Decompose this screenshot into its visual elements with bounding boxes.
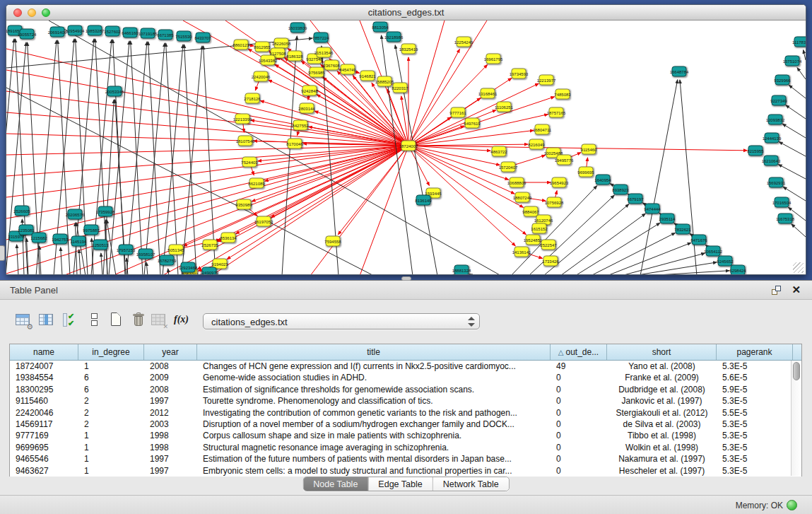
table-cell[interactable]: 2012	[144, 407, 197, 419]
graph-node[interactable]: 8860123	[234, 40, 249, 50]
table-cell[interactable]: 49	[551, 361, 607, 372]
graph-node[interactable]: 7515530	[177, 31, 192, 42]
table-cell[interactable]: Disruption of a novel member of a sodium…	[197, 419, 551, 430]
graph-node[interactable]: 7857224	[314, 33, 329, 43]
graph-node[interactable]: 2803144	[300, 103, 314, 114]
graph-node[interactable]: 1615152	[532, 223, 547, 234]
graph-node[interactable]: 15720407	[501, 162, 516, 173]
graph-node[interactable]: 7524403	[242, 157, 257, 168]
network-canvas[interactable]: 1872400788601238912955182260589127508818…	[6, 21, 806, 275]
graph-node[interactable]: 2367608	[324, 60, 339, 71]
graph-node[interactable]: 19654923	[552, 177, 567, 188]
create-column-button[interactable]	[107, 311, 126, 329]
graph-node[interactable]: 14136141	[514, 247, 529, 257]
table-cell[interactable]: 9115460	[10, 395, 78, 407]
table-row[interactable]: 2242004622012Investigating the contribut…	[10, 407, 801, 419]
graph-node[interactable]: 16782759	[160, 255, 175, 266]
graph-node[interactable]: 16804711	[535, 124, 550, 135]
table-row[interactable]: 946554611997Estimation of the future num…	[10, 453, 801, 465]
table-cell[interactable]: 0	[551, 430, 607, 441]
graph-node[interactable]: 15885205	[377, 76, 392, 87]
graph-node[interactable]: 6298424	[731, 265, 746, 276]
graph-node[interactable]: 15692931	[769, 177, 784, 188]
graph-node[interactable]: 18226058	[274, 38, 289, 49]
table-cell[interactable]: 2	[78, 419, 144, 430]
graph-node[interactable]: 18881328	[454, 265, 469, 276]
table-cell[interactable]: 0	[551, 395, 607, 407]
graph-node[interactable]: 12254249	[457, 37, 471, 47]
table-cell[interactable]: Tourette syndrome. Phenomenology and cla…	[197, 395, 551, 407]
window-resize-grip[interactable]	[793, 262, 804, 273]
tab-node-table[interactable]: Node Table	[303, 477, 367, 491]
graph-node[interactable]: 9146821	[360, 71, 375, 81]
table-cell[interactable]: 0	[551, 384, 607, 395]
table-cell[interactable]: Genome-wide association studies in ADHD.	[197, 372, 551, 383]
table-cell[interactable]: Embryonic stem cells: a model to study s…	[197, 465, 551, 477]
graph-node[interactable]: 1640954	[596, 175, 611, 185]
table-cell[interactable]: 2008	[144, 384, 197, 395]
table-select-dropdown[interactable]: citations_edges.txt	[203, 313, 480, 329]
graph-node[interactable]: 12923468	[181, 262, 196, 273]
graph-node[interactable]: 17016504	[775, 197, 789, 208]
graph-node[interactable]: 16210643	[764, 156, 779, 166]
graph-node[interactable]: 1250513	[93, 240, 108, 250]
table-cell[interactable]: 2	[78, 407, 144, 419]
graph-node[interactable]: 19524851	[526, 235, 541, 245]
column-header-pagerank[interactable]: pagerank	[717, 344, 793, 360]
graph-node[interactable]: 12954904	[68, 25, 83, 36]
graph-node[interactable]: 8912955	[255, 42, 270, 52]
column-header-title[interactable]: title	[197, 344, 551, 360]
table-cell[interactable]: 19384554	[10, 372, 78, 383]
graph-node[interactable]: 20206576	[68, 209, 83, 220]
table-cell[interactable]: 5.3E-5	[717, 453, 793, 465]
graph-node[interactable]: 9245652	[718, 256, 733, 267]
table-cell[interactable]: 2008	[144, 361, 197, 372]
graph-node[interactable]: 8621089	[249, 178, 264, 189]
table-cell[interactable]: Changes of HCN gene expression and I(f) …	[197, 361, 551, 372]
table-cell[interactable]: 18300295	[10, 384, 78, 395]
graph-node[interactable]: 1527602	[105, 26, 120, 37]
graph-node[interactable]: 8536134	[221, 233, 236, 243]
graph-node[interactable]: 9756985	[310, 67, 324, 78]
column-header-year[interactable]: year	[144, 344, 197, 360]
graph-node[interactable]: 8136149	[416, 195, 431, 206]
table-row[interactable]: 1938455462009Genome-wide association stu…	[10, 372, 801, 383]
graph-node[interactable]: 8170046	[288, 139, 302, 149]
table-cell[interactable]: Estimation of the future numbers of pati…	[197, 453, 551, 465]
graph-node[interactable]: 18325419	[401, 44, 416, 54]
graph-node[interactable]: 12093832	[768, 115, 783, 125]
table-cell[interactable]: 5.3E-5	[717, 419, 793, 430]
graph-node[interactable]: 9242848	[302, 86, 317, 96]
graph-node[interactable]: 12213977	[539, 75, 554, 86]
graph-node[interactable]: 16033809	[290, 23, 305, 33]
graph-node[interactable]: 7832621	[676, 224, 690, 235]
graph-node[interactable]: 2718126	[245, 93, 260, 104]
graph-node[interactable]: 5051345	[169, 245, 184, 255]
graph-node[interactable]: 8216049	[529, 139, 544, 150]
table-cell[interactable]: 9699695	[10, 442, 78, 453]
table-cell[interactable]: 1997	[144, 453, 197, 465]
table-cell[interactable]: 1	[78, 361, 144, 372]
table-cell[interactable]: 5.3E-5	[717, 442, 793, 453]
table-cell[interactable]: 22420046	[10, 407, 78, 419]
graph-node[interactable]: 11178337	[794, 37, 806, 47]
network-window[interactable]: citations_edges.txt 18724007886012389129…	[6, 4, 806, 275]
graph-node[interactable]: 16648784	[672, 66, 687, 77]
graph-node[interactable]: 17359928	[98, 206, 113, 217]
graph-node[interactable]: 2526605	[15, 206, 30, 216]
graph-node[interactable]: 1942757	[53, 234, 68, 245]
graph-node[interactable]: 19055724	[20, 29, 35, 40]
graph-node[interactable]: 9474444	[645, 204, 660, 214]
table-cell[interactable]: Estimation of significance thresholds fo…	[197, 384, 551, 395]
table-row[interactable]: 1872400712008Changes of HCN gene express…	[10, 361, 801, 372]
table-cell[interactable]: 2	[78, 395, 144, 407]
table-cell[interactable]: de Silva et al. (2003)	[607, 419, 717, 430]
table-row[interactable]: 911546021997Tourette syndrome. Phenomeno…	[10, 395, 801, 407]
graph-node[interactable]: 8813054	[373, 22, 388, 33]
table-cell[interactable]: 0	[551, 407, 607, 419]
row-pair-button[interactable]	[86, 311, 104, 329]
graph-node[interactable]: 18757165	[549, 107, 564, 118]
graph-node[interactable]: 18724007	[401, 141, 416, 151]
graph-node[interactable]: 6466160	[123, 28, 138, 38]
graph-node[interactable]: 4863722	[492, 146, 507, 157]
